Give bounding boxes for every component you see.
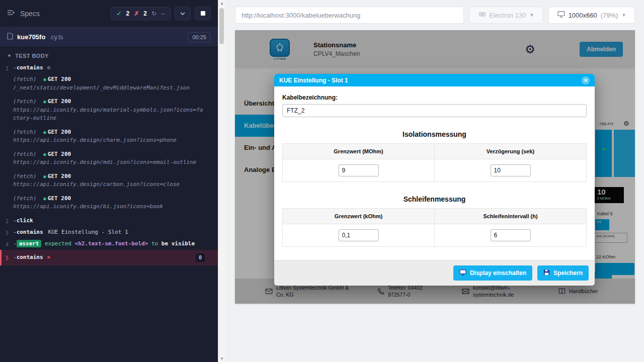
fetch-tag: (fetch) [13,151,36,157]
specs-menu-icon[interactable] [7,9,15,18]
app-frame: LITTWIN Stationsname CPLV4_Maschen ⚙ Abm… [235,30,635,304]
isolation-heading: Isolationsmessung [282,130,587,138]
failed-count: 2 [143,10,147,17]
display-on-label: Display einschalten [470,269,526,277]
display-on-button[interactable]: Display einschalten [453,265,532,281]
modal-titlebar: KUE Einstellung - Slot 1 ✕ [274,74,595,86]
fetch-tag: (fetch) [13,129,36,135]
pending-count: -- [161,10,165,17]
fetch-log-row[interactable]: (fetch)●GET 200 https://api.iconify.desi… [0,127,218,146]
assert-word: be [162,240,168,247]
assert-expected: expected [45,240,71,247]
fetch-log-row[interactable]: (fetch)●GET 200 https://api.iconify.desi… [0,193,218,213]
display-icon [459,269,466,277]
close-icon[interactable]: ✕ [582,76,590,84]
browser-bar: http://localhost:3000/kabelueberwachung … [225,0,644,30]
fetch-log-row[interactable]: (fetch)●GET 200 https://api.iconify.desi… [0,149,218,168]
browser-select[interactable]: Electron 130 ▼ [469,7,543,24]
command-log: 1 -contains⚙ (fetch)●GET 200 /_next/stat… [0,62,218,265]
electron-icon [478,11,486,20]
status-dot: ● [43,196,46,201]
command-method: click [17,217,33,224]
http-status: GET 200 [48,129,71,135]
aut-stage: http://localhost:3000/kabelueberwachung … [225,0,644,362]
command-row[interactable]: 1 -contains⚙ [0,62,218,74]
assert-row[interactable]: 4 -assert expected <h2.text-sm.font-bold… [0,238,218,250]
failure-x-icon: × [47,253,51,262]
save-button[interactable]: Speichern [537,265,589,281]
isolation-table: Grenzwert (MOhm) Verzögerung (sek) [282,143,587,182]
viewport-zoom: (79%) [601,12,618,19]
save-label: Speichern [553,269,583,277]
status-dot: ● [43,174,46,179]
command-argument: KUE Einstellung - Slot 1 [48,229,128,235]
status-dot: ● [43,130,46,135]
viewport-select[interactable]: 1000x660 (79%) ▼ [548,7,635,24]
test-body-toggle[interactable]: ▼ TEST BODY [0,47,218,62]
stop-icon [201,11,205,16]
fetch-tag: (fetch) [13,98,36,105]
loop-table: Grenzwert (kOhm) Schleifenintervall (h) [282,208,587,247]
spec-file-row[interactable]: kue705fo .cy.ts 00:25 [0,27,218,47]
assert-element: <h2.text-sm.font-bold> [75,240,148,247]
url-input[interactable]: http://localhost:3000/kabelueberwachung [235,7,464,24]
request-url: https://api.iconify.design/bi.json?icons… [13,203,205,211]
fetch-log-row[interactable]: (fetch)●GET 200 https://api.iconify.desi… [0,171,218,191]
http-status: GET 200 [48,195,71,202]
command-row[interactable]: 2 -click [0,215,218,227]
assert-word: to [151,240,158,247]
viewport-size: 1000x660 [569,12,597,19]
save-floppy-icon [543,269,550,277]
kue-settings-modal: KUE Einstellung - Slot 1 ✕ Kabelbezeichn… [274,74,595,286]
col-header: Grenzwert (MOhm) [283,144,435,159]
modal-footer: Display einschalten Speichern [274,260,595,286]
http-status: GET 200 [48,173,71,179]
request-url: https://api.iconify.design/mdi.json?icon… [13,158,205,167]
iso-limit-input[interactable] [339,164,379,176]
browser-name: Electron 130 [490,12,526,19]
command-row[interactable]: 3 -containsKUE Einstellung - Slot 1 [0,227,218,238]
iso-delay-input[interactable] [491,164,531,176]
cable-name-label: Kabelbezeichnung: [282,94,587,101]
specs-label[interactable]: Specs [20,10,40,18]
col-header: Grenzwert (kOhm) [283,209,435,224]
modal-body: Kabelbezeichnung: Isolationsmessung Gren… [274,86,595,253]
fetch-tag: (fetch) [13,195,36,202]
http-status: GET 200 [48,151,71,157]
command-method: contains [17,229,43,235]
refresh-icon: ↻ [151,10,156,17]
http-status: GET 200 [48,76,71,82]
command-number: 2 [0,217,13,225]
passed-count: 2 [126,10,130,17]
cable-name-input[interactable] [282,104,587,117]
chevron-down-icon: ▼ [621,13,626,18]
loop-heading: Schleifenmessung [282,195,587,203]
fetch-tag: (fetch) [13,76,36,82]
monitor-icon [557,11,565,19]
scroll-down-icon[interactable]: ▼ [218,356,225,361]
fetch-log-row[interactable]: (fetch)●GET 200 /_next/static/developmen… [0,74,218,94]
url-text: http://localhost:3000/kabelueberwachung [242,12,360,19]
status-dot: ● [43,99,46,104]
match-count-badge: 0 [196,253,205,262]
stop-button[interactable] [195,7,211,20]
loop-limit-input[interactable] [339,229,379,241]
col-header: Verzögerung (sek) [435,144,587,159]
failed-command-row[interactable]: 5 -contains × 0 [0,250,218,265]
run-stats[interactable]: ✓ 2 ✗ 2 ↻ -- [111,7,171,20]
request-url: https://api.iconify.design/charm.json?ic… [13,136,205,145]
fetch-tag: (fetch) [13,173,36,179]
col-header: Schleifenintervall (h) [435,209,587,224]
fetch-log-row[interactable]: (fetch)●GET 200 https://api.iconify.desi… [0,96,218,124]
reporter-scrollbar[interactable]: ▲ ▼ [218,0,225,362]
chevron-down-icon: ▼ [530,13,534,18]
cypress-reporter: Specs ✓ 2 ✗ 2 ↻ -- kue705fo .cy.ts 00:25 [0,0,218,362]
collapse-button[interactable] [175,7,191,20]
scrollbar-thumb[interactable] [219,8,224,44]
loop-interval-input[interactable] [491,229,531,241]
command-number: 3 [0,228,13,237]
spec-duration: 00:25 [188,32,211,42]
command-method: contains [17,253,43,262]
scroll-up-icon[interactable]: ▲ [218,1,225,6]
command-method: contains [17,64,43,71]
